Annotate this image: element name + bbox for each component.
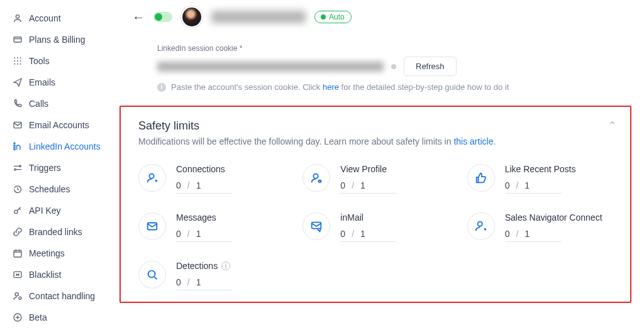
svg-point-22 bbox=[149, 174, 153, 178]
svg-rect-12 bbox=[14, 145, 15, 150]
limit-values[interactable]: 0/1 bbox=[176, 277, 233, 290]
sidebar-item-linkedin-accounts[interactable]: LinkedIn Accounts bbox=[8, 136, 113, 157]
sidebar-item-label: LinkedIn Accounts bbox=[29, 141, 101, 151]
svg-point-13 bbox=[14, 143, 15, 144]
limit-title: inMail bbox=[340, 212, 364, 222]
limit-values[interactable]: 0/1 bbox=[340, 180, 397, 194]
info-icon[interactable]: i bbox=[221, 261, 230, 270]
sidebar-item-api-key[interactable]: API Key bbox=[8, 200, 113, 221]
sidebar-item-meetings[interactable]: Meetings bbox=[8, 243, 113, 264]
grid-icon bbox=[13, 56, 23, 66]
triggers-icon bbox=[13, 163, 23, 173]
sidebar-item-label: Tools bbox=[29, 56, 50, 66]
limit-messages: Messages 0/1 bbox=[138, 212, 284, 242]
svg-point-4 bbox=[20, 57, 21, 58]
collapse-caret-icon[interactable]: ⌃ bbox=[608, 119, 616, 131]
sidebar-item-label: Schedules bbox=[29, 184, 70, 194]
svg-point-7 bbox=[20, 60, 21, 62]
sidebar-item-contact-handling[interactable]: Contact handling bbox=[8, 285, 113, 307]
avatar bbox=[181, 6, 203, 28]
sidebar-item-calls[interactable]: Calls bbox=[8, 93, 113, 114]
calendar-icon bbox=[13, 248, 23, 258]
session-cookie-section: LinkedIn session cookie * Refresh i Past… bbox=[113, 28, 631, 92]
sidebar-item-label: Triggers bbox=[29, 163, 61, 173]
sales-nav-connect-icon bbox=[467, 212, 495, 240]
session-hint: i Paste the account's session cookie. Cl… bbox=[157, 82, 631, 92]
sidebar-item-label: Account bbox=[29, 13, 61, 23]
sidebar-item-blacklist[interactable]: Blacklist bbox=[8, 264, 113, 285]
safety-limits-subtitle: Modifications will be effective the foll… bbox=[138, 136, 613, 146]
sidebar-item-branded-links[interactable]: Branded links bbox=[8, 221, 113, 243]
phone-icon bbox=[13, 99, 23, 109]
refresh-button[interactable]: Refresh bbox=[404, 57, 457, 76]
svg-point-5 bbox=[14, 60, 15, 62]
svg-rect-1 bbox=[14, 37, 21, 42]
sidebar-item-email-accounts[interactable]: Email Accounts bbox=[8, 114, 113, 136]
envelope-icon bbox=[13, 120, 23, 130]
hint-text-post: for the detailed step-by-step guide how … bbox=[339, 82, 509, 92]
limit-sales-navigator-connect: Sales Navigator Connect 0/1 bbox=[467, 212, 613, 242]
hint-link[interactable]: here bbox=[323, 82, 339, 92]
linkedin-icon bbox=[13, 141, 23, 151]
limit-inmail: inMail 0/1 bbox=[303, 212, 448, 242]
auto-chip-label: Auto bbox=[329, 13, 345, 21]
sidebar-item-account[interactable]: Account bbox=[8, 8, 113, 29]
account-name-redacted bbox=[211, 11, 306, 23]
limit-title: Like Recent Posts bbox=[505, 164, 576, 174]
view-profile-icon bbox=[303, 164, 330, 192]
limit-values[interactable]: 0/1 bbox=[176, 180, 233, 194]
magnifier-icon bbox=[138, 261, 166, 288]
limit-values[interactable]: 0/1 bbox=[176, 229, 233, 242]
svg-point-28 bbox=[148, 271, 155, 278]
sidebar-item-label: API Key bbox=[29, 206, 61, 216]
limit-values[interactable]: 0/1 bbox=[505, 180, 562, 194]
limit-values[interactable]: 0/1 bbox=[340, 229, 397, 242]
key-icon bbox=[13, 206, 23, 216]
status-dot bbox=[391, 64, 396, 69]
safety-sub-post: . bbox=[493, 136, 496, 146]
link-icon bbox=[13, 227, 23, 237]
svg-point-9 bbox=[17, 63, 18, 65]
svg-rect-17 bbox=[14, 250, 21, 257]
sidebar: Account Plans & Billing Tools Emails Cal… bbox=[0, 0, 113, 335]
envelope-x-icon bbox=[13, 270, 23, 280]
safety-sub-pre: Modifications will be effective the foll… bbox=[138, 136, 453, 146]
card-icon bbox=[13, 35, 23, 45]
sidebar-item-label: Calls bbox=[29, 99, 48, 109]
limit-title: Sales Navigator Connect bbox=[505, 212, 602, 222]
svg-point-27 bbox=[477, 222, 482, 226]
limit-values[interactable]: 0/1 bbox=[505, 229, 562, 242]
sidebar-item-triggers[interactable]: Triggers bbox=[8, 157, 113, 178]
limit-title: Connections bbox=[176, 164, 225, 174]
sidebar-item-label: Emails bbox=[29, 77, 55, 87]
account-header: ← Auto bbox=[113, 6, 631, 28]
messages-icon bbox=[138, 212, 166, 240]
auto-chip: Auto bbox=[314, 11, 352, 23]
main-content: ← Auto LinkedIn session cookie * Refresh… bbox=[113, 0, 644, 335]
sidebar-item-beta[interactable]: Beta bbox=[8, 307, 113, 328]
user-icon bbox=[13, 13, 23, 23]
sidebar-item-emails[interactable]: Emails bbox=[8, 72, 113, 93]
sidebar-item-label: Plans & Billing bbox=[29, 35, 86, 45]
sidebar-item-tools[interactable]: Tools bbox=[8, 50, 113, 72]
limit-view-profile: View Profile 0/1 bbox=[303, 164, 448, 194]
svg-point-3 bbox=[17, 57, 18, 58]
safety-article-link[interactable]: this article bbox=[453, 136, 493, 146]
svg-point-0 bbox=[16, 15, 19, 18]
svg-point-16 bbox=[14, 210, 18, 213]
connections-icon bbox=[138, 164, 166, 192]
sidebar-item-plans-billing[interactable]: Plans & Billing bbox=[8, 29, 113, 50]
limit-title: Messages bbox=[176, 212, 216, 222]
back-arrow-icon[interactable]: ← bbox=[132, 10, 145, 25]
inmail-icon bbox=[303, 212, 330, 240]
svg-point-6 bbox=[17, 60, 18, 62]
account-toggle[interactable] bbox=[153, 12, 172, 22]
session-cookie-redacted bbox=[157, 62, 384, 72]
svg-point-10 bbox=[20, 63, 21, 65]
history-icon bbox=[13, 184, 23, 194]
limit-connections: Connections 0/1 bbox=[138, 164, 284, 194]
session-cookie-label: LinkedIn session cookie * bbox=[157, 44, 631, 53]
limit-title: Detections bbox=[176, 261, 218, 271]
sidebar-item-label: Email Accounts bbox=[29, 120, 89, 130]
sidebar-item-schedules[interactable]: Schedules bbox=[8, 178, 113, 200]
